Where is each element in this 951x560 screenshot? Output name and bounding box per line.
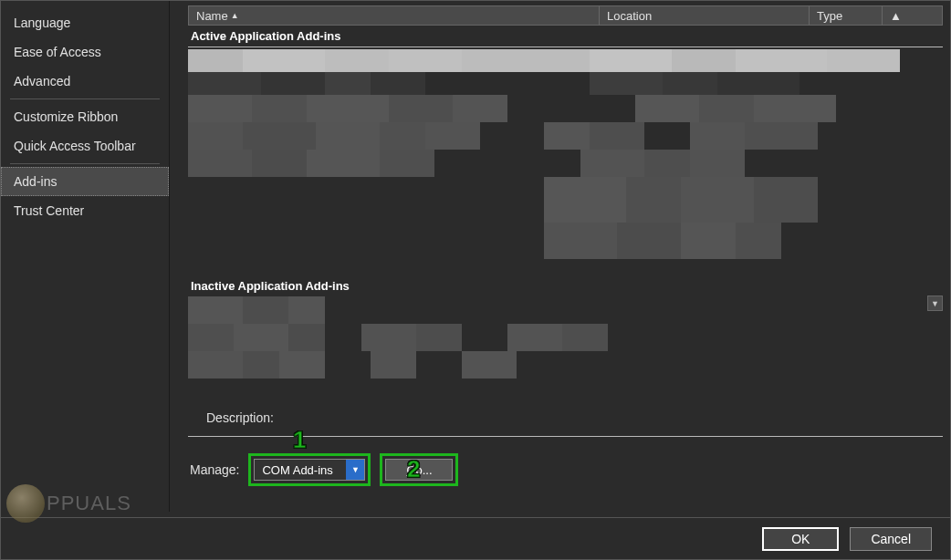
list-item[interactable] xyxy=(188,296,943,324)
sort-ascending-icon: ▲ xyxy=(231,11,239,20)
cancel-button[interactable]: Cancel xyxy=(850,527,932,551)
group-active-addins: Active Application Add-ins xyxy=(188,26,943,47)
sidebar: Language Ease of Access Advanced Customi… xyxy=(1,1,170,512)
callout-two: 2 xyxy=(407,455,420,483)
manage-combo-value: COM Add-ins xyxy=(255,463,346,477)
column-headers: Name ▲ Location Type ▲ xyxy=(188,5,943,26)
scroll-down-icon[interactable]: ▼ xyxy=(927,296,943,311)
manage-label: Manage: xyxy=(190,462,239,477)
column-header-type[interactable]: Type xyxy=(810,6,883,25)
list-item[interactable] xyxy=(188,177,943,223)
group-inactive-addins: Inactive Application Add-ins xyxy=(188,275,943,296)
watermark-text: PPUALS xyxy=(47,492,131,515)
watermark: PPUALS xyxy=(6,484,131,523)
list-item[interactable] xyxy=(188,351,943,379)
list-item[interactable] xyxy=(188,324,943,351)
list-item[interactable] xyxy=(188,122,943,150)
divider xyxy=(188,47,943,47)
divider xyxy=(10,163,160,164)
manage-row: Manage: COM Add-ins ▼ Go... 2 xyxy=(188,453,943,486)
divider xyxy=(10,99,160,99)
sidebar-item-quick-access-toolbar[interactable]: Quick Access Toolbar xyxy=(1,131,169,161)
watermark-avatar-icon xyxy=(6,484,45,523)
chevron-down-icon[interactable]: ▼ xyxy=(346,460,364,480)
main-panel: Name ▲ Location Type ▲ Active Applicatio… xyxy=(170,1,950,512)
scroll-up-icon[interactable]: ▲ xyxy=(883,6,899,25)
column-name-label: Name xyxy=(196,9,228,23)
list-item[interactable] xyxy=(188,223,943,259)
sidebar-item-trust-center[interactable]: Trust Center xyxy=(1,196,169,225)
column-header-name[interactable]: Name ▲ xyxy=(189,6,600,25)
list-item[interactable] xyxy=(188,95,943,122)
ok-button[interactable]: OK xyxy=(762,527,839,551)
sidebar-item-language[interactable]: Language xyxy=(1,8,169,37)
addins-list: Active Application Add-ins xyxy=(188,26,943,399)
sidebar-item-ease-of-access[interactable]: Ease of Access xyxy=(1,37,169,67)
column-header-location[interactable]: Location xyxy=(600,6,810,25)
sidebar-item-advanced[interactable]: Advanced xyxy=(1,67,169,96)
dialog-footer: OK Cancel xyxy=(1,517,950,559)
callout-one: 1 xyxy=(293,426,306,454)
sidebar-item-add-ins[interactable]: Add-ins xyxy=(1,167,169,196)
list-item[interactable] xyxy=(188,49,943,72)
list-item[interactable] xyxy=(188,72,943,95)
list-item[interactable] xyxy=(188,150,943,177)
manage-combo[interactable]: COM Add-ins ▼ xyxy=(254,459,365,481)
sidebar-item-customize-ribbon[interactable]: Customize Ribbon xyxy=(1,102,169,131)
highlight-box-1: COM Add-ins ▼ xyxy=(248,453,371,486)
